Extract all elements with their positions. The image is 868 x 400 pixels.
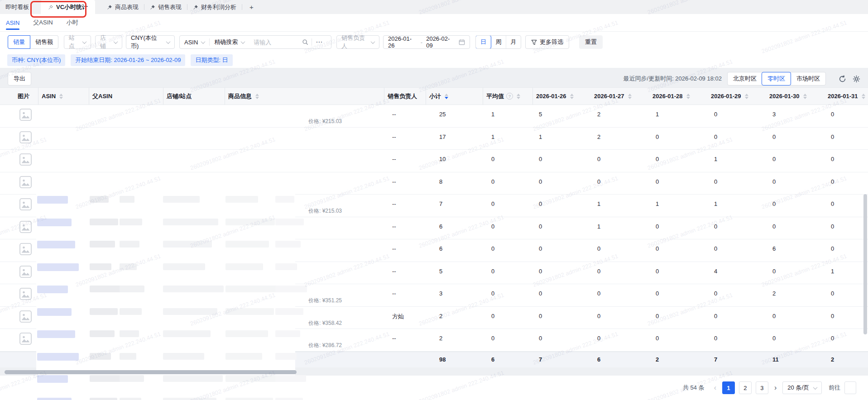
- granularity-month-button[interactable]: 月: [506, 36, 521, 48]
- column-header-2026-01-26[interactable]: 2026-01-26: [532, 88, 591, 105]
- cell: 0: [483, 150, 532, 172]
- date-end-value: 2026-02-09: [426, 35, 455, 49]
- reset-button[interactable]: 重置: [579, 35, 603, 49]
- timezone-market-button[interactable]: 市场时区: [791, 72, 825, 85]
- cell: 0: [766, 128, 825, 150]
- search-mode-dropdown[interactable]: 精确搜索: [210, 36, 249, 48]
- cell: --: [384, 195, 426, 217]
- redacted-region: [36, 192, 295, 400]
- cell: 0: [708, 329, 766, 351]
- subtab-ASIN[interactable]: ASIN: [6, 15, 19, 31]
- tab-销售表现[interactable]: 销售表现: [144, 0, 187, 14]
- search-type-dropdown[interactable]: ASIN: [180, 36, 209, 48]
- image-placeholder-icon: [19, 272, 32, 279]
- redacted-text-block: [120, 375, 144, 382]
- redacted-text-block: [163, 398, 216, 400]
- column-header-2026-01-29[interactable]: 2026-01-29: [708, 88, 766, 105]
- shop-dropdown[interactable]: 店铺: [95, 35, 122, 49]
- cell: 0: [591, 284, 649, 306]
- subtab-小时[interactable]: 小时: [67, 14, 78, 31]
- page-size-dropdown[interactable]: 20 条/页: [782, 381, 822, 394]
- date-range-picker[interactable]: 2026-01-26 - 2026-02-09: [383, 35, 470, 49]
- currency-dropdown[interactable]: CNY(本位币): [126, 35, 175, 49]
- image-placeholder-icon: [19, 160, 32, 167]
- search-input[interactable]: [249, 39, 299, 46]
- column-header-商品信息[interactable]: 商品信息: [225, 88, 384, 105]
- tab-label: VC小时统计: [56, 3, 88, 11]
- cell: 8: [426, 172, 483, 195]
- subtab-label: 小时: [67, 19, 78, 26]
- tab-VC小时统计[interactable]: VC小时统计: [41, 0, 95, 14]
- tab-财务利润分析[interactable]: 财务利润分析: [187, 0, 242, 14]
- export-button[interactable]: 导出: [8, 72, 31, 86]
- redacted-text-block: [163, 330, 211, 337]
- column-header-label: 2026-01-27: [594, 93, 624, 100]
- redacted-text-block: [275, 196, 294, 203]
- pushpin-icon: [48, 5, 53, 10]
- horizontal-scrollbar-thumb[interactable]: [5, 370, 297, 374]
- cell: 0: [825, 239, 868, 262]
- redacted-text-block: [275, 375, 306, 382]
- cell: 0: [825, 150, 868, 172]
- add-tab-button[interactable]: +: [242, 3, 261, 11]
- column-header-小计[interactable]: 小计: [426, 88, 483, 105]
- redacted-text-block: [120, 219, 142, 225]
- column-header-2026-01-31[interactable]: 2026-01-31: [825, 88, 868, 105]
- sales-owner-dropdown[interactable]: 销售负责人: [336, 35, 379, 49]
- goto-page-label: 前往: [829, 384, 840, 392]
- product-image-cell: [0, 239, 38, 262]
- cell: 0: [591, 150, 649, 172]
- cell: 0: [591, 172, 649, 195]
- more-options-button[interactable]: ⋯: [312, 38, 326, 46]
- table-row: --100000100: [0, 150, 868, 172]
- price-label: 价格: ¥215.03: [308, 118, 342, 125]
- page-button-3[interactable]: 3: [756, 381, 768, 394]
- gear-icon[interactable]: [853, 75, 860, 83]
- cell: [163, 128, 225, 150]
- subtab-父ASIN[interactable]: 父ASIN: [33, 14, 53, 31]
- timezone-utc-button[interactable]: 零时区: [762, 72, 791, 86]
- active-subtab-underline: [6, 29, 19, 30]
- granularity-week-button[interactable]: 周: [491, 36, 506, 48]
- tab-商品表现[interactable]: 商品表现: [101, 0, 144, 14]
- dimension-subtabs: ASIN父ASIN小时: [0, 14, 868, 32]
- vertical-scrollbar-thumb[interactable]: [863, 194, 867, 334]
- metric-sales-amount-button[interactable]: 销售额: [30, 35, 58, 49]
- prev-page-button[interactable]: ‹: [712, 384, 718, 392]
- chevron-down-icon: [371, 39, 375, 44]
- refresh-icon[interactable]: [839, 75, 846, 83]
- search-icon[interactable]: [299, 39, 312, 45]
- redacted-text-block: [90, 286, 121, 292]
- column-header-ASIN[interactable]: ASIN: [38, 88, 89, 105]
- column-header-2026-01-28[interactable]: 2026-01-28: [649, 88, 708, 105]
- summary-cell: 7: [708, 352, 766, 367]
- cell: 0: [483, 172, 532, 195]
- chevron-down-icon: [201, 39, 206, 44]
- sort-icon: [570, 94, 574, 99]
- cell: [89, 105, 163, 127]
- calendar-icon: [459, 39, 465, 45]
- redacted-text-block: [225, 308, 274, 315]
- metric-sales-volume-button[interactable]: 销量: [8, 35, 30, 49]
- column-header-label: 图片: [18, 92, 29, 100]
- column-header-label: 销售负责人: [388, 92, 417, 100]
- timezone-beijing-button[interactable]: 北京时区: [728, 72, 762, 85]
- column-header-2026-01-30[interactable]: 2026-01-30: [766, 88, 825, 105]
- page-button-2[interactable]: 2: [739, 381, 752, 394]
- site-dropdown[interactable]: 站点: [64, 35, 91, 49]
- cell: --: [384, 217, 426, 239]
- column-header-2026-01-27[interactable]: 2026-01-27: [591, 88, 649, 105]
- goto-page-input[interactable]: [844, 381, 856, 394]
- column-header-平均值[interactable]: 平均值?: [483, 88, 532, 105]
- column-header-图片: 图片: [0, 88, 38, 105]
- cell: 0: [825, 105, 868, 127]
- page-button-1[interactable]: 1: [722, 381, 735, 394]
- cell: [225, 128, 384, 150]
- granularity-day-button[interactable]: 日: [475, 35, 491, 49]
- more-filters-button[interactable]: 更多筛选: [525, 35, 569, 49]
- next-page-button[interactable]: ›: [772, 384, 778, 392]
- redacted-text-block: [275, 330, 300, 337]
- tab-即时看板[interactable]: 即时看板: [0, 0, 34, 14]
- product-image-cell: [0, 150, 38, 172]
- column-header-label: 小计: [429, 92, 441, 100]
